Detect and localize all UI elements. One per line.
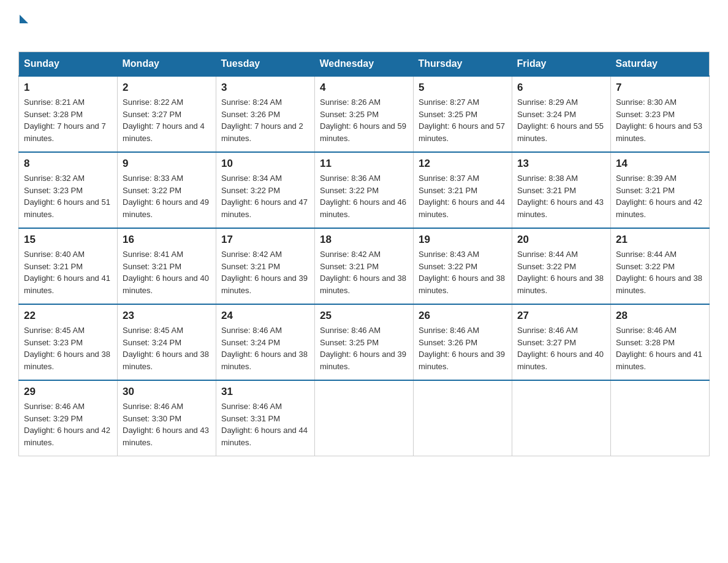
- day-number: 18: [320, 234, 408, 246]
- day-info: Sunrise: 8:39 AMSunset: 3:21 PMDaylight:…: [616, 174, 702, 219]
- table-row: 19 Sunrise: 8:43 AMSunset: 3:22 PMDaylig…: [414, 228, 512, 304]
- table-row: 31 Sunrise: 8:46 AMSunset: 3:31 PMDaylig…: [216, 380, 315, 456]
- table-row: 21 Sunrise: 8:44 AMSunset: 3:22 PMDaylig…: [611, 228, 710, 304]
- day-number: 30: [123, 386, 211, 398]
- day-number: 29: [24, 386, 112, 398]
- day-number: 5: [419, 82, 507, 94]
- day-info: Sunrise: 8:22 AMSunset: 3:27 PMDaylight:…: [123, 98, 205, 143]
- calendar-table: Sunday Monday Tuesday Wednesday Thursday…: [18, 52, 710, 456]
- calendar-header-row: Sunday Monday Tuesday Wednesday Thursday…: [19, 52, 710, 77]
- table-row: 4 Sunrise: 8:26 AMSunset: 3:25 PMDayligh…: [315, 76, 414, 152]
- table-row: [611, 380, 710, 456]
- table-row: 30 Sunrise: 8:46 AMSunset: 3:30 PMDaylig…: [118, 380, 216, 456]
- day-info: Sunrise: 8:46 AMSunset: 3:27 PMDaylight:…: [517, 326, 604, 371]
- day-number: 3: [221, 82, 309, 94]
- calendar-week-row: 15 Sunrise: 8:40 AMSunset: 3:21 PMDaylig…: [19, 228, 710, 304]
- day-info: Sunrise: 8:33 AMSunset: 3:22 PMDaylight:…: [123, 174, 209, 219]
- day-number: 24: [221, 310, 309, 322]
- day-info: Sunrise: 8:46 AMSunset: 3:30 PMDaylight:…: [123, 402, 209, 447]
- table-row: 11 Sunrise: 8:36 AMSunset: 3:22 PMDaylig…: [315, 152, 414, 228]
- table-row: 8 Sunrise: 8:32 AMSunset: 3:23 PMDayligh…: [19, 152, 118, 228]
- table-row: 27 Sunrise: 8:46 AMSunset: 3:27 PMDaylig…: [512, 304, 611, 380]
- day-number: 1: [24, 82, 112, 94]
- col-wednesday: Wednesday: [315, 52, 414, 77]
- day-number: 28: [616, 310, 704, 322]
- table-row: 6 Sunrise: 8:29 AMSunset: 3:24 PMDayligh…: [512, 76, 611, 152]
- table-row: 15 Sunrise: 8:40 AMSunset: 3:21 PMDaylig…: [19, 228, 118, 304]
- day-info: Sunrise: 8:34 AMSunset: 3:22 PMDaylight:…: [221, 174, 308, 219]
- day-info: Sunrise: 8:46 AMSunset: 3:31 PMDaylight:…: [221, 402, 308, 447]
- table-row: 12 Sunrise: 8:37 AMSunset: 3:21 PMDaylig…: [414, 152, 512, 228]
- col-thursday: Thursday: [414, 52, 512, 77]
- day-number: 31: [221, 386, 309, 398]
- day-info: Sunrise: 8:46 AMSunset: 3:29 PMDaylight:…: [24, 402, 110, 447]
- day-number: 26: [419, 310, 507, 322]
- table-row: 14 Sunrise: 8:39 AMSunset: 3:21 PMDaylig…: [611, 152, 710, 228]
- day-info: Sunrise: 8:45 AMSunset: 3:24 PMDaylight:…: [123, 326, 209, 371]
- day-info: Sunrise: 8:46 AMSunset: 3:24 PMDaylight:…: [221, 326, 308, 371]
- day-number: 16: [123, 234, 211, 246]
- day-number: 9: [123, 158, 211, 170]
- day-number: 20: [517, 234, 605, 246]
- day-info: Sunrise: 8:40 AMSunset: 3:21 PMDaylight:…: [24, 250, 110, 295]
- day-number: 14: [616, 158, 704, 170]
- day-info: Sunrise: 8:21 AMSunset: 3:28 PMDaylight:…: [24, 98, 106, 143]
- day-number: 4: [320, 82, 408, 94]
- day-number: 22: [24, 310, 112, 322]
- col-sunday: Sunday: [19, 52, 118, 77]
- day-number: 13: [517, 158, 605, 170]
- day-info: Sunrise: 8:43 AMSunset: 3:22 PMDaylight:…: [419, 250, 505, 295]
- table-row: 18 Sunrise: 8:42 AMSunset: 3:21 PMDaylig…: [315, 228, 414, 304]
- table-row: 7 Sunrise: 8:30 AMSunset: 3:23 PMDayligh…: [611, 76, 710, 152]
- table-row: [512, 380, 611, 456]
- day-info: Sunrise: 8:26 AMSunset: 3:25 PMDaylight:…: [320, 98, 406, 143]
- day-info: Sunrise: 8:38 AMSunset: 3:21 PMDaylight:…: [517, 174, 604, 219]
- day-info: Sunrise: 8:45 AMSunset: 3:23 PMDaylight:…: [24, 326, 110, 371]
- day-info: Sunrise: 8:44 AMSunset: 3:22 PMDaylight:…: [517, 250, 604, 295]
- day-number: 15: [24, 234, 112, 246]
- table-row: 10 Sunrise: 8:34 AMSunset: 3:22 PMDaylig…: [216, 152, 315, 228]
- table-row: 29 Sunrise: 8:46 AMSunset: 3:29 PMDaylig…: [19, 380, 118, 456]
- table-row: 16 Sunrise: 8:41 AMSunset: 3:21 PMDaylig…: [118, 228, 216, 304]
- table-row: 26 Sunrise: 8:46 AMSunset: 3:26 PMDaylig…: [414, 304, 512, 380]
- day-info: Sunrise: 8:29 AMSunset: 3:24 PMDaylight:…: [517, 98, 604, 143]
- table-row: 3 Sunrise: 8:24 AMSunset: 3:26 PMDayligh…: [216, 76, 315, 152]
- table-row: 25 Sunrise: 8:46 AMSunset: 3:25 PMDaylig…: [315, 304, 414, 380]
- day-info: Sunrise: 8:30 AMSunset: 3:23 PMDaylight:…: [616, 98, 702, 143]
- day-number: 21: [616, 234, 704, 246]
- day-number: 2: [123, 82, 211, 94]
- day-info: Sunrise: 8:42 AMSunset: 3:21 PMDaylight:…: [221, 250, 308, 295]
- table-row: 5 Sunrise: 8:27 AMSunset: 3:25 PMDayligh…: [414, 76, 512, 152]
- calendar-week-row: 1 Sunrise: 8:21 AMSunset: 3:28 PMDayligh…: [19, 76, 710, 152]
- table-row: 23 Sunrise: 8:45 AMSunset: 3:24 PMDaylig…: [118, 304, 216, 380]
- day-info: Sunrise: 8:44 AMSunset: 3:22 PMDaylight:…: [616, 250, 702, 295]
- day-number: 25: [320, 310, 408, 322]
- day-info: Sunrise: 8:32 AMSunset: 3:23 PMDaylight:…: [24, 174, 110, 219]
- day-info: Sunrise: 8:42 AMSunset: 3:21 PMDaylight:…: [320, 250, 406, 295]
- table-row: 24 Sunrise: 8:46 AMSunset: 3:24 PMDaylig…: [216, 304, 315, 380]
- calendar-week-row: 29 Sunrise: 8:46 AMSunset: 3:29 PMDaylig…: [19, 380, 710, 456]
- col-friday: Friday: [512, 52, 611, 77]
- day-info: Sunrise: 8:27 AMSunset: 3:25 PMDaylight:…: [419, 98, 505, 143]
- day-number: 6: [517, 82, 605, 94]
- table-row: 22 Sunrise: 8:45 AMSunset: 3:23 PMDaylig…: [19, 304, 118, 380]
- col-monday: Monday: [118, 52, 216, 77]
- table-row: 13 Sunrise: 8:38 AMSunset: 3:21 PMDaylig…: [512, 152, 611, 228]
- table-row: [414, 380, 512, 456]
- day-number: 11: [320, 158, 408, 170]
- day-number: 12: [419, 158, 507, 170]
- calendar-week-row: 22 Sunrise: 8:45 AMSunset: 3:23 PMDaylig…: [19, 304, 710, 380]
- day-info: Sunrise: 8:46 AMSunset: 3:25 PMDaylight:…: [320, 326, 406, 371]
- calendar-week-row: 8 Sunrise: 8:32 AMSunset: 3:23 PMDayligh…: [19, 152, 710, 228]
- table-row: 17 Sunrise: 8:42 AMSunset: 3:21 PMDaylig…: [216, 228, 315, 304]
- day-info: Sunrise: 8:46 AMSunset: 3:28 PMDaylight:…: [616, 326, 702, 371]
- day-number: 19: [419, 234, 507, 246]
- day-number: 17: [221, 234, 309, 246]
- col-saturday: Saturday: [611, 52, 710, 77]
- day-info: Sunrise: 8:24 AMSunset: 3:26 PMDaylight:…: [221, 98, 303, 143]
- day-info: Sunrise: 8:37 AMSunset: 3:21 PMDaylight:…: [419, 174, 505, 219]
- page-header: General: [18, 12, 710, 39]
- table-row: 1 Sunrise: 8:21 AMSunset: 3:28 PMDayligh…: [19, 76, 118, 152]
- day-number: 27: [517, 310, 605, 322]
- table-row: 9 Sunrise: 8:33 AMSunset: 3:22 PMDayligh…: [118, 152, 216, 228]
